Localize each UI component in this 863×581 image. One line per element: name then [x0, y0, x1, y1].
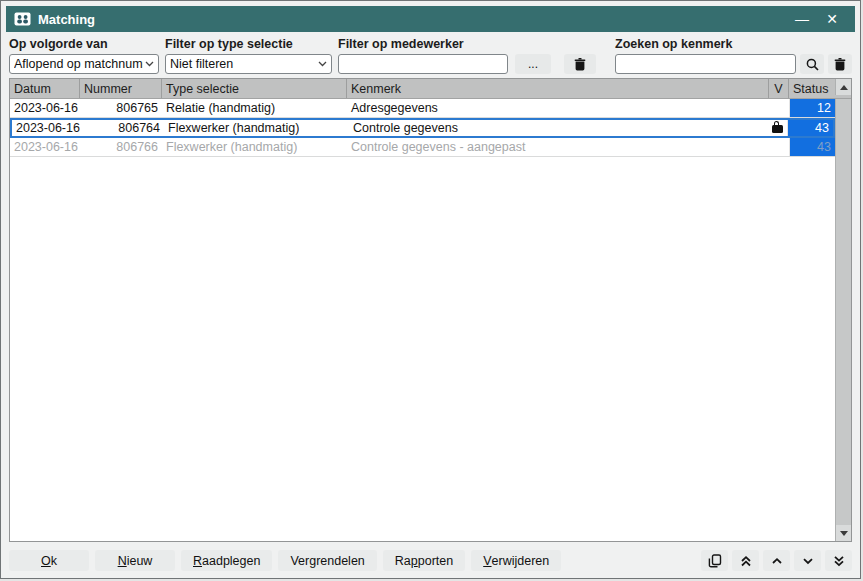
scrollbar-track[interactable]	[836, 99, 851, 525]
cell-locked	[769, 138, 789, 156]
nieuw-button[interactable]: Nieuw	[95, 550, 175, 571]
cell-status: 43	[787, 120, 833, 136]
kenmerk-search-button[interactable]	[800, 54, 824, 74]
cell-status: 12	[789, 99, 835, 117]
table-row-selected[interactable]: 2023-06-16 806764 Flexwerker (handmatig)…	[10, 118, 835, 138]
chevron-down-icon	[145, 61, 154, 67]
scrollbar-up-button[interactable]	[835, 79, 851, 95]
raadplegen-button[interactable]: Raadplegen	[181, 550, 272, 571]
scrollbar-down-button[interactable]	[836, 525, 851, 541]
matching-window: Matching — ✕ Op volgorde van Aflopend op…	[0, 0, 861, 579]
column-header-v[interactable]: V	[769, 79, 789, 98]
matching-contacts-icon	[14, 12, 31, 26]
cell-type: Flexwerker (handmatig)	[162, 138, 347, 156]
cell-type: Flexwerker (handmatig)	[164, 120, 349, 136]
vergrendelen-button[interactable]: Vergrendelen	[278, 550, 376, 571]
column-header-datum[interactable]: Datum	[10, 79, 80, 98]
duplicate-button[interactable]	[701, 550, 728, 571]
cell-datum: 2023-06-16	[12, 120, 82, 136]
filter-group-type: Filter op type selectie Niet filteren	[165, 37, 332, 74]
kenmerk-clear-button[interactable]	[828, 54, 852, 74]
order-label: Op volgorde van	[9, 37, 159, 51]
double-chevron-up-icon	[740, 555, 752, 567]
filter-group-medewerker: Filter op medewerker ...	[338, 37, 596, 74]
table-header: Datum Nummer Type selectie Kenmerk V Sta…	[10, 79, 851, 99]
ok-button[interactable]: Ok	[9, 550, 89, 571]
order-select-value: Aflopend op matchnummer	[14, 57, 143, 71]
column-header-nummer[interactable]: Nummer	[80, 79, 162, 98]
double-chevron-down-icon	[833, 555, 845, 567]
previous-record-button[interactable]	[763, 550, 790, 571]
first-record-button[interactable]	[732, 550, 759, 571]
trash-icon	[834, 58, 846, 71]
cell-nummer: 806765	[80, 99, 162, 117]
next-record-button[interactable]	[794, 550, 821, 571]
chevron-up-icon	[771, 557, 783, 565]
column-header-type[interactable]: Type selectie	[162, 79, 347, 98]
verwijderen-button[interactable]: Verwijderen	[471, 550, 561, 571]
cell-locked	[769, 99, 789, 117]
bottom-button-bar: Ok Nieuw Raadplegen Vergrendelen Rapport…	[9, 550, 852, 571]
vertical-scrollbar[interactable]	[835, 99, 851, 541]
column-header-status[interactable]: Status	[789, 79, 835, 98]
medewerker-clear-button[interactable]	[564, 54, 596, 74]
trash-icon	[574, 58, 586, 71]
rapporten-button[interactable]: Rapporten	[383, 550, 465, 571]
copy-icon	[708, 554, 722, 568]
lock-icon	[772, 125, 783, 134]
cell-nummer: 806764	[82, 120, 164, 136]
last-record-button[interactable]	[825, 550, 852, 571]
triangle-up-icon	[840, 85, 848, 90]
table-body: 2023-06-16 806765 Relatie (handmatig) Ad…	[10, 99, 851, 541]
close-button[interactable]: ✕	[817, 7, 847, 31]
type-filter-select[interactable]: Niet filteren	[165, 54, 332, 74]
cell-locked	[767, 120, 787, 136]
triangle-down-icon	[840, 531, 848, 536]
cell-kenmerk: Controle gegevens	[349, 120, 767, 136]
window-title: Matching	[38, 12, 787, 27]
matching-table: Datum Nummer Type selectie Kenmerk V Sta…	[9, 78, 852, 542]
filter-group-order: Op volgorde van Aflopend op matchnummer	[9, 37, 159, 74]
chevron-down-icon	[802, 557, 814, 565]
kenmerk-search-input[interactable]	[615, 54, 796, 74]
filter-bar: Op volgorde van Aflopend op matchnummer …	[9, 37, 852, 74]
medewerker-browse-button[interactable]: ...	[515, 54, 551, 74]
chevron-down-icon	[318, 61, 327, 67]
cell-kenmerk: Controle gegevens - aangepast	[347, 138, 769, 156]
filter-group-kenmerk: Zoeken op kenmerk	[615, 37, 852, 74]
column-header-kenmerk[interactable]: Kenmerk	[347, 79, 769, 98]
medewerker-filter-label: Filter op medewerker	[338, 37, 596, 51]
cell-nummer: 806766	[80, 138, 162, 156]
rows-area: 2023-06-16 806765 Relatie (handmatig) Ad…	[10, 99, 835, 541]
order-select[interactable]: Aflopend op matchnummer	[9, 54, 159, 74]
table-row[interactable]: 2023-06-16 806765 Relatie (handmatig) Ad…	[10, 99, 835, 118]
cell-kenmerk: Adresgegevens	[347, 99, 769, 117]
table-row[interactable]: 2023-06-16 806766 Flexwerker (handmatig)…	[10, 138, 835, 157]
cell-datum: 2023-06-16	[10, 138, 80, 156]
search-icon	[806, 58, 819, 71]
cell-datum: 2023-06-16	[10, 99, 80, 117]
titlebar: Matching — ✕	[6, 6, 855, 32]
cell-type: Relatie (handmatig)	[162, 99, 347, 117]
minimize-button[interactable]: —	[787, 7, 817, 31]
type-filter-value: Niet filteren	[170, 57, 316, 71]
kenmerk-search-label: Zoeken op kenmerk	[615, 37, 852, 51]
table-empty-area	[10, 157, 835, 541]
type-filter-label: Filter op type selectie	[165, 37, 332, 51]
cell-status: 43	[789, 138, 835, 156]
medewerker-input[interactable]	[338, 54, 508, 74]
